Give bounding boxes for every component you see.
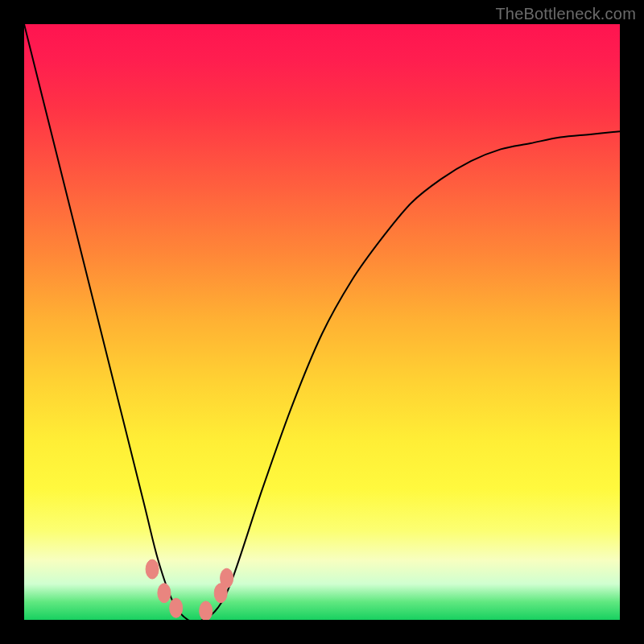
watermark-text: TheBottleneck.com	[495, 5, 636, 23]
chart-svg	[24, 24, 620, 620]
curve-markers	[146, 559, 233, 620]
outer-frame: TheBottleneck.com	[0, 0, 644, 644]
bottleneck-curve	[24, 24, 620, 620]
curve-marker	[200, 601, 213, 620]
plot-area	[24, 24, 620, 620]
curve-marker	[170, 598, 183, 617]
curve-marker	[221, 568, 233, 588]
curve-marker	[146, 559, 159, 579]
curve-marker	[158, 584, 171, 603]
